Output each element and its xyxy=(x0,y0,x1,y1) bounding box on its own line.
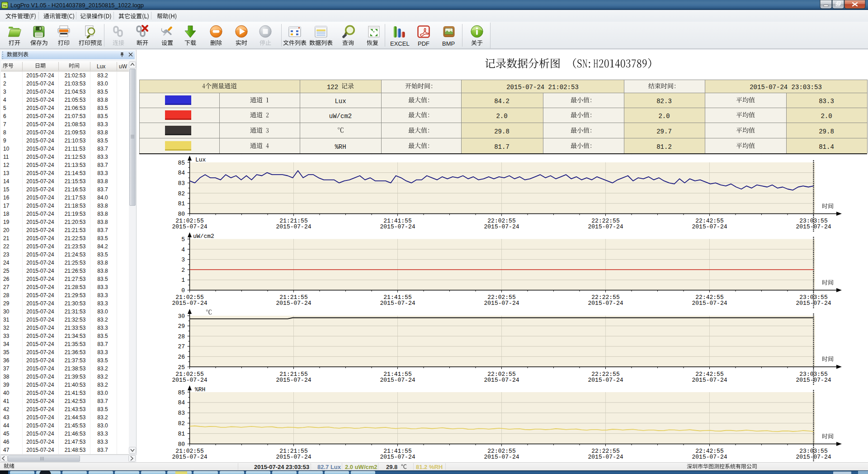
svg-text:2015-07-24: 2015-07-24 xyxy=(276,454,311,460)
svg-text:27: 27 xyxy=(178,343,185,350)
svg-text:2015-07-24: 2015-07-24 xyxy=(588,454,623,460)
svg-text:1: 1 xyxy=(181,277,185,284)
svg-text:81: 81 xyxy=(178,200,185,207)
svg-text:29: 29 xyxy=(178,323,185,330)
svg-text:2015-07-24: 2015-07-24 xyxy=(484,454,519,460)
svg-text:84: 84 xyxy=(178,399,185,406)
svg-text:2015-07-24: 2015-07-24 xyxy=(588,377,623,384)
svg-text:80: 80 xyxy=(178,441,185,448)
svg-text:28: 28 xyxy=(178,333,185,340)
svg-text:2015-07-24: 2015-07-24 xyxy=(172,377,208,384)
svg-text:84: 84 xyxy=(178,170,185,176)
svg-text:26: 26 xyxy=(178,354,185,360)
svg-text:2015-07-24: 2015-07-24 xyxy=(484,300,519,307)
svg-text:3: 3 xyxy=(181,256,185,263)
svg-text:2015-07-24: 2015-07-24 xyxy=(380,454,415,460)
svg-text:2015-07-24: 2015-07-24 xyxy=(380,300,415,307)
svg-text:5: 5 xyxy=(181,236,185,243)
svg-text:2015-07-24: 2015-07-24 xyxy=(380,223,415,230)
svg-text:2015-07-24: 2015-07-24 xyxy=(172,300,208,307)
svg-text:2015-07-24: 2015-07-24 xyxy=(484,377,519,384)
svg-text:2: 2 xyxy=(181,267,185,274)
svg-text:25: 25 xyxy=(178,364,185,371)
svg-text:2015-07-24: 2015-07-24 xyxy=(588,300,623,307)
svg-text:83: 83 xyxy=(178,180,185,187)
svg-text:4: 4 xyxy=(181,246,185,253)
svg-text:2015-07-24: 2015-07-24 xyxy=(172,454,208,460)
svg-text:81: 81 xyxy=(178,431,185,437)
svg-text:85: 85 xyxy=(178,389,185,396)
svg-text:2015-07-24: 2015-07-24 xyxy=(484,223,519,230)
svg-text:80: 80 xyxy=(178,211,185,218)
svg-text:2015-07-24: 2015-07-24 xyxy=(172,223,208,230)
svg-text:2015-07-24: 2015-07-24 xyxy=(276,377,311,384)
svg-text:85: 85 xyxy=(178,160,185,166)
svg-text:83: 83 xyxy=(178,410,185,417)
svg-text:2015-07-24: 2015-07-24 xyxy=(380,377,415,384)
svg-text:2015-07-24: 2015-07-24 xyxy=(588,223,623,230)
svg-text:2015-07-24: 2015-07-24 xyxy=(692,300,727,307)
svg-text:2015-07-24: 2015-07-24 xyxy=(692,454,727,460)
svg-text:2015-07-24: 2015-07-24 xyxy=(692,377,727,384)
svg-text:0: 0 xyxy=(181,287,185,294)
svg-text:2015-07-24: 2015-07-24 xyxy=(276,300,311,307)
svg-text:2015-07-24: 2015-07-24 xyxy=(692,223,727,230)
svg-text:2015-07-24: 2015-07-24 xyxy=(276,223,311,230)
svg-text:log: log xyxy=(3,4,7,7)
svg-text:82: 82 xyxy=(178,420,185,427)
svg-text:30: 30 xyxy=(178,313,185,320)
svg-text:82: 82 xyxy=(178,190,185,197)
